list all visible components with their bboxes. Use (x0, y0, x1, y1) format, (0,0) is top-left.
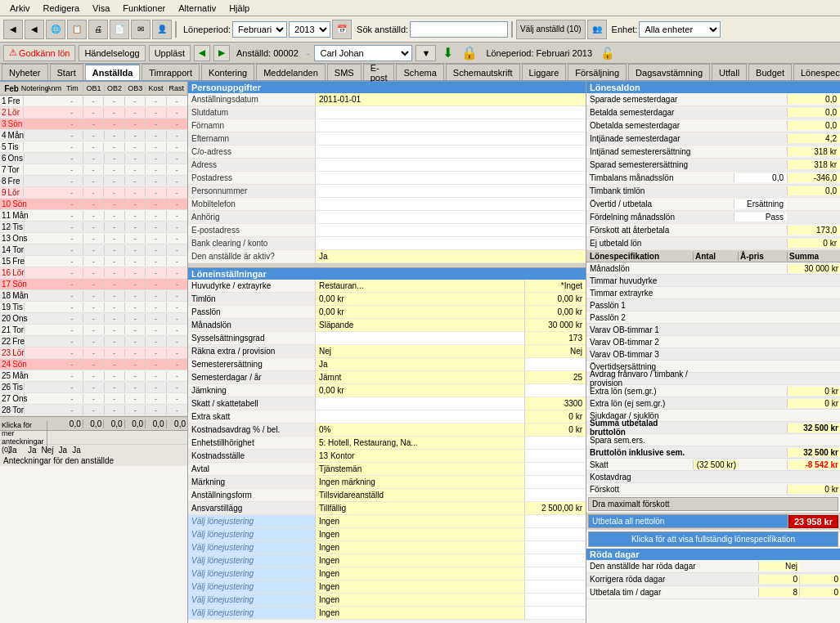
li-value1-4[interactable] (315, 332, 524, 344)
li-value1-13[interactable]: 13 Kontor (315, 450, 524, 462)
tab-schema[interactable]: Schema (396, 64, 443, 80)
fullst-spec-btn[interactable]: Klicka för att visa fullständig lönespec… (588, 531, 838, 547)
toolbar-btn-8[interactable]: 👤 (152, 20, 172, 39)
select-employee-btn[interactable]: Välj anställd (10) (516, 20, 585, 39)
cal-row-6[interactable]: 6Ons - - - - - - (0, 153, 187, 164)
li-value1-7[interactable]: Jämnt (315, 371, 524, 383)
cal-row-15[interactable]: 15Fre - - - - - - (0, 256, 187, 267)
toolbar-btn-4[interactable]: 📋 (67, 20, 87, 39)
employee-select[interactable]: Carl Johan (314, 45, 412, 61)
cal-row-22[interactable]: 22Fre - - - - - - (0, 336, 187, 347)
cal-row-4[interactable]: 4Mån - - - - - - (0, 130, 187, 141)
cal-row-9[interactable]: 9Lör - - - - - - (0, 187, 187, 199)
li-value2-0[interactable]: *Inget (524, 280, 586, 292)
cal-row-28[interactable]: 28Tor - - - - - - (0, 405, 187, 416)
tab-start[interactable]: Start (50, 64, 83, 80)
li-value1-22[interactable]: Ingen (315, 567, 524, 580)
li-value1-12[interactable]: 5: Hotell, Restaurang, Na... (315, 437, 524, 449)
li-value1-3[interactable]: Släpande (315, 319, 524, 331)
tab-epost[interactable]: E-post (363, 64, 395, 80)
cal-row-17[interactable]: 17Sön - - - - - - (0, 279, 187, 290)
cal-row-5[interactable]: 5Tis - - - - - - (0, 141, 187, 153)
li-value2-3[interactable]: 30 000 kr (524, 319, 586, 331)
menu-alternativ[interactable]: Alternativ (172, 3, 222, 13)
tab-liggare[interactable]: Liggare (522, 64, 567, 80)
cal-row-11[interactable]: 11Mån - - - - - - (0, 210, 187, 222)
li-value2-5[interactable]: Nej (524, 345, 586, 357)
li-value1-15[interactable]: Ingen märkning (315, 476, 524, 488)
tab-utfall[interactable]: Utfall (712, 64, 747, 80)
next-arrow[interactable]: ▶ (213, 45, 230, 61)
menu-hjälp[interactable]: Hjälp (222, 3, 256, 13)
search-input[interactable] (410, 21, 508, 38)
li-value1-21[interactable]: Ingen (315, 554, 524, 567)
li-value1-24[interactable]: Ingen (315, 594, 524, 606)
tab-schemautskrift[interactable]: Schemautskrift (446, 64, 520, 80)
tab-dagsavstamning[interactable]: Dagsavstämning (628, 64, 710, 80)
emp-action-btn[interactable]: ▼ (416, 45, 436, 61)
calendar-icon[interactable]: 📅 (332, 20, 352, 39)
li-value2-17[interactable]: 2 500,00 kr (524, 502, 586, 514)
toolbar-btn-3[interactable]: 🌐 (46, 20, 65, 39)
li-value1-2[interactable]: 0,00 kr (315, 306, 524, 318)
cal-row-27[interactable]: 27Ons - - - - - - (0, 393, 187, 405)
cal-row-16[interactable]: 16Lör - - - - - - (0, 267, 187, 279)
li-value2-2[interactable]: 0,00 kr (524, 306, 586, 318)
li-value1-8[interactable]: 0,00 kr (315, 384, 524, 397)
li-value1-18[interactable]: Ingen (315, 515, 524, 527)
menu-redigera[interactable]: Redigera (36, 3, 86, 13)
tab-lonespec[interactable]: Lönespecifikationer (793, 64, 840, 80)
cal-row-24[interactable]: 24Sön - - - - - - (0, 359, 187, 370)
li-value1-17[interactable]: Tillfällig (315, 502, 524, 514)
li-value1-1[interactable]: 0,00 kr (315, 293, 524, 305)
li-value2-9[interactable]: 3300 (524, 397, 586, 410)
cal-row-10[interactable]: 10Sön - - - - - - (0, 199, 187, 210)
user-icon[interactable]: 👥 (587, 20, 607, 39)
li-value1-19[interactable]: Ingen (315, 528, 524, 540)
cal-row-12[interactable]: 12Tis - - - - - - (0, 222, 187, 233)
li-value2-4[interactable]: 173 (524, 332, 586, 344)
li-value1-23[interactable]: Ingen (315, 580, 524, 593)
li-value2-7[interactable]: 25 (524, 371, 586, 383)
cal-row-3[interactable]: 3Sön - - - - - - (0, 119, 187, 130)
tab-nyheter[interactable]: Nyheter (2, 64, 48, 80)
menu-visa[interactable]: Visa (86, 3, 116, 13)
tab-sms[interactable]: SMS (327, 64, 362, 80)
li-value1-6[interactable]: Ja (315, 358, 524, 370)
cal-row-7[interactable]: 7Tor - - - - - - (0, 164, 187, 176)
tab-kontering[interactable]: Kontering (201, 64, 254, 80)
li-value2-10[interactable]: 0 kr (524, 410, 586, 423)
menu-arkiv[interactable]: Arkiv (3, 3, 36, 13)
toolbar-btn-6[interactable]: 📄 (110, 20, 129, 39)
cal-row-25[interactable]: 25Mån - - - - - - (0, 370, 187, 382)
tab-forsaljning[interactable]: Försäljning (568, 64, 627, 80)
cal-row-2[interactable]: 2Lör - - - - - - (0, 107, 187, 119)
cal-row-18[interactable]: 18Mån - - - - - - (0, 290, 187, 302)
li-value1-11[interactable]: 0% (315, 424, 524, 436)
cal-row-21[interactable]: 21Tor - - - - - - (0, 325, 187, 336)
li-value1-0[interactable]: Restauran... (315, 280, 524, 292)
cal-row-26[interactable]: 26Tis - - - - - - (0, 382, 187, 393)
period-month-select[interactable]: Februari (232, 21, 287, 38)
toolbar-btn-5[interactable]: 🖨 (88, 20, 108, 39)
li-value1-20[interactable]: Ingen (315, 541, 524, 554)
li-value1-5[interactable]: Nej (315, 345, 524, 357)
cal-row-1[interactable]: 1Fre - - - - - - (0, 96, 187, 107)
menu-funktioner[interactable]: Funktioner (116, 3, 172, 13)
uppläst-btn[interactable]: Uppläst (149, 45, 191, 61)
handelselogg-btn[interactable]: Händelselogg (79, 45, 145, 61)
li-value2-11[interactable]: 0 kr (524, 424, 586, 436)
max-forsk-btn[interactable]: Dra maximalt förskott (588, 497, 838, 511)
li-value1-25[interactable]: Ingen (315, 607, 524, 619)
pf-value-0[interactable]: 2011-01-01 (315, 93, 586, 105)
cal-row-20[interactable]: 20Ons - - - - - - (0, 313, 187, 325)
toolbar-btn-1[interactable]: ◀ (3, 20, 23, 39)
godkann-lon-btn[interactable]: ⚠ Godkänn lön (3, 45, 75, 61)
tab-meddelanden[interactable]: Meddelanden (256, 64, 326, 80)
li-value2-1[interactable]: 0,00 kr (524, 293, 586, 305)
li-value1-16[interactable]: Tillsvidareanställd (315, 489, 524, 501)
period-year-select[interactable]: 2013 (289, 21, 330, 38)
pf-value-12[interactable]: Ja (315, 250, 586, 262)
cal-row-23[interactable]: 23Lör - - - - - - (0, 347, 187, 359)
cal-row-8[interactable]: 8Fre - - - - - - (0, 176, 187, 187)
